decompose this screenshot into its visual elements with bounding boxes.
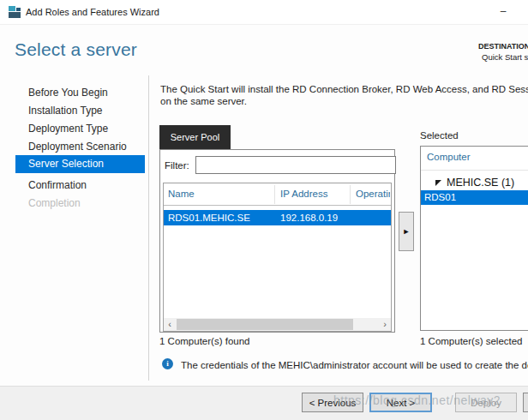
description-line2: on the same server. <box>160 96 247 106</box>
destination-server-label: DESTINATION SERVER <box>478 42 528 51</box>
cell-ip-address: 192.168.0.19 <box>280 213 338 223</box>
sidebar-item-server-selection[interactable]: Server Selection <box>15 155 145 173</box>
window-title: Add Roles and Features Wizard <box>26 7 159 17</box>
add-server-button[interactable]: ► <box>399 212 414 251</box>
column-header-operating-system[interactable]: Operating System <box>356 189 390 199</box>
tree-group-label: MEHIC.SE (1) <box>447 177 514 189</box>
title-bar: Add Roles and Features Wizard – <box>0 0 528 25</box>
computers-selected-status: 1 Computer(s) selected <box>420 336 523 346</box>
right-arrow-icon: ► <box>399 213 413 250</box>
next-button[interactable]: Next > <box>369 393 432 412</box>
filter-label: Filter: <box>165 160 189 171</box>
computers-found-status: 1 Computer(s) found <box>159 336 249 346</box>
tree-expanded-icon[interactable] <box>435 180 441 186</box>
wizard-icon <box>9 6 21 18</box>
scroll-right-icon[interactable]: › <box>379 318 391 331</box>
column-separator <box>274 185 275 204</box>
column-separator <box>350 185 351 204</box>
tree-item-label: RDS01 <box>424 192 456 202</box>
horizontal-scrollbar[interactable]: ‹ › <box>164 318 391 331</box>
tree-item-rds01[interactable]: RDS01 <box>421 190 528 205</box>
column-header-ip-address[interactable]: IP Address <box>280 189 327 199</box>
sidebar-divider <box>148 75 149 381</box>
info-icon: i <box>162 358 173 369</box>
sidebar-item-deployment-type[interactable]: Deployment Type <box>28 123 144 136</box>
selected-panel: Computer MEHIC.SE (1) RDS01 <box>420 146 528 331</box>
list-header: Name IP Address Operating System <box>164 183 391 206</box>
sidebar-item-installation-type[interactable]: Installation Type <box>28 105 144 118</box>
column-header-name[interactable]: Name <box>168 189 195 199</box>
sidebar-item-before-you-begin[interactable]: Before You Begin <box>28 87 144 100</box>
minimize-button[interactable]: – <box>490 2 516 21</box>
credentials-info-text: The credentials of the MEHIC\administrat… <box>181 360 528 370</box>
sidebar-item-confirmation[interactable]: Confirmation <box>28 179 144 193</box>
server-pool-list: Name IP Address Operating System RDS01.M… <box>163 183 392 332</box>
description-line1: The Quick Start will install the RD Conn… <box>160 84 528 94</box>
sidebar-item-deployment-scenario[interactable]: Deployment Scenario <box>28 141 144 154</box>
scroll-left-icon[interactable]: ‹ <box>164 318 176 331</box>
footer-bar <box>0 386 528 420</box>
previous-button[interactable]: < Previous <box>302 393 363 412</box>
wizard-window: Add Roles and Features Wizard – Select a… <box>0 0 528 420</box>
destination-server-value: Quick Start selected <box>482 52 528 62</box>
scrollbar-thumb[interactable] <box>177 319 353 330</box>
cell-server-name: RDS01.MEHIC.SE <box>168 213 250 223</box>
cancel-button[interactable]: Cancel <box>523 393 528 412</box>
tab-server-pool[interactable]: Server Pool <box>159 125 231 149</box>
filter-input[interactable] <box>195 156 396 174</box>
selected-label: Selected <box>420 130 459 141</box>
header-divider <box>421 170 528 171</box>
column-header-computer[interactable]: Computer <box>427 152 471 162</box>
sidebar-item-label: Server Selection <box>28 158 104 170</box>
table-row-rds01[interactable]: RDS01.MEHIC.SE 192.168.0.19 <box>164 210 391 225</box>
sidebar-item-completion: Completion <box>28 197 144 211</box>
deploy-button[interactable]: Deploy <box>455 393 517 412</box>
page-title: Select a server <box>15 39 137 60</box>
tree-group-mehic-se[interactable]: MEHIC.SE (1) <box>421 175 528 190</box>
